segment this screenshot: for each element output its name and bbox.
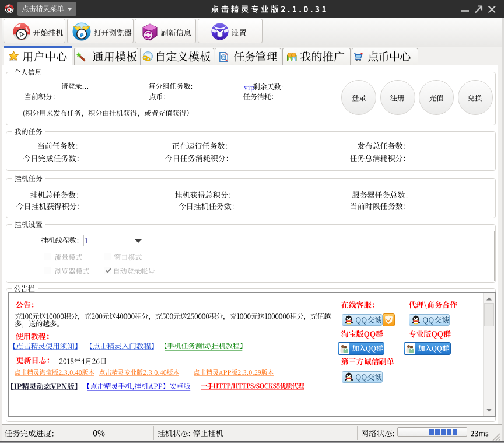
- svg-text:e: e: [80, 30, 84, 39]
